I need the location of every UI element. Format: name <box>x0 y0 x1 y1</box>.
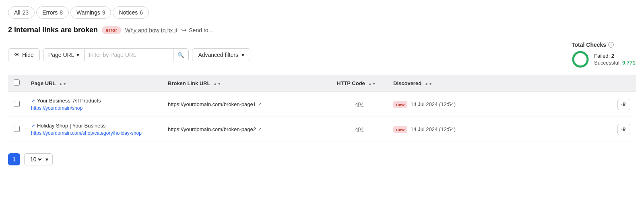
eye-icon: 👁 <box>14 52 20 58</box>
per-page-select: 10 25 50 ▾ <box>24 153 53 165</box>
successful-value: 9,771 <box>622 60 636 66</box>
http-code-value: 404 <box>355 101 364 107</box>
advanced-filters-button[interactable]: Advanced filters ▾ <box>192 48 250 61</box>
send-to-label: Send to... <box>189 27 213 33</box>
external-link-icon: ↗ <box>258 127 262 132</box>
broken-link-cell-0: https://yourdomain.com/broken-page1 ↗ <box>162 92 331 117</box>
http-code-value: 404 <box>355 126 364 132</box>
search-button[interactable]: 🔍 <box>173 49 188 61</box>
svg-point-1 <box>573 52 588 67</box>
issue-title: 2 internal links are broken <box>8 26 98 34</box>
external-link-icon: ↗ <box>258 102 262 107</box>
tab-notices-count: 6 <box>140 9 143 16</box>
successful-stat: Successful: 9,771 <box>594 60 636 66</box>
total-checks-body: Failed: 2 Successful: 9,771 <box>572 50 636 68</box>
discovered-cell-1: new 14 Jul 2024 (12:54) <box>388 117 612 142</box>
tab-notices-label: Notices <box>119 9 138 16</box>
info-icon[interactable]: i <box>608 42 614 48</box>
page-1-label: 1 <box>12 156 16 163</box>
per-page-chevron-icon: ▾ <box>45 156 48 163</box>
chevron-down-icon: ▾ <box>242 52 244 58</box>
sort-http-code-icon: ▲▼ <box>368 81 376 86</box>
checks-stats: Failed: 2 Successful: 9,771 <box>594 53 636 66</box>
page-url-link-0[interactable]: https://yourdomain/shop <box>31 105 83 111</box>
donut-chart <box>572 50 589 68</box>
table-row: ↗ Your Business: All Products https://yo… <box>8 92 636 117</box>
table-header-row: Page URL ▲▼ Broken Link URL ▲▼ HTTP Code… <box>8 75 636 92</box>
tab-errors-label: Errors <box>42 9 58 16</box>
new-badge-0: new <box>393 101 407 108</box>
error-badge: error <box>102 26 121 34</box>
send-to-button[interactable]: ↪ Send to... <box>181 26 213 34</box>
hide-label: Hide <box>22 52 34 58</box>
filter-and-widget-row: 👁 Hide Page URL ▾ 🔍 Advanced filters ▾ T… <box>8 42 636 68</box>
page-name-0: ↗ Your Business: All Products <box>31 98 157 104</box>
total-checks-header: Total Checks i <box>572 42 614 48</box>
page-url-link-1[interactable]: https://yourdomain.com/shop/category/hol… <box>31 130 142 136</box>
header-broken-link-label: Broken Link URL <box>168 80 210 86</box>
row-checkbox-cell <box>8 92 25 117</box>
page-url-dropdown-label: Page URL <box>48 52 74 58</box>
tab-warnings[interactable]: Warnings 9 <box>70 6 111 19</box>
new-badge-1: new <box>393 126 407 133</box>
failed-stat: Failed: 2 <box>594 53 636 59</box>
tab-warnings-count: 9 <box>102 9 105 16</box>
discovered-date-0: 14 Jul 2024 (12:54) <box>411 101 456 107</box>
sort-broken-link-icon: ▲▼ <box>213 81 221 86</box>
row-eye-button-0[interactable]: 👁 <box>617 99 630 110</box>
page-url-dropdown[interactable]: Page URL ▾ <box>43 48 85 61</box>
row-checkbox-1[interactable] <box>14 126 20 132</box>
table-row: ↗ Holiday Shop | Your Business https://y… <box>8 117 636 142</box>
tab-all-count: 23 <box>23 9 29 16</box>
failed-value: 2 <box>611 53 614 59</box>
header-http-code-label: HTTP Code <box>337 80 365 86</box>
pagination-row: 1 10 25 50 ▾ <box>8 150 636 169</box>
advanced-filters-label: Advanced filters <box>198 52 238 58</box>
row-actions-cell-1: 👁 <box>612 117 636 142</box>
http-code-cell-0: 404 <box>331 92 388 117</box>
tab-all-label: All <box>14 9 21 16</box>
eye-icon: 👁 <box>621 101 627 108</box>
http-code-cell-1: 404 <box>331 117 388 142</box>
eye-icon: 👁 <box>621 126 627 133</box>
tab-errors[interactable]: Errors 8 <box>36 6 69 19</box>
row-actions-cell-0: 👁 <box>612 92 636 117</box>
page-url-cell: ↗ Your Business: All Products https://yo… <box>25 92 162 117</box>
header-discovered[interactable]: Discovered ▲▼ <box>388 75 612 92</box>
broken-link-cell-1: https://yourdomain.com/broken-page2 ↗ <box>162 117 331 142</box>
tab-all[interactable]: All 23 <box>8 6 35 19</box>
header-discovered-label: Discovered <box>393 80 421 86</box>
external-link-icon: ↗ <box>31 123 35 129</box>
total-checks-widget: Total Checks i Failed: <box>572 42 636 68</box>
tab-notices[interactable]: Notices 6 <box>113 6 149 19</box>
header-page-url-label: Page URL <box>31 80 56 86</box>
filter-input-wrapper: 🔍 <box>84 48 189 61</box>
data-table: Page URL ▲▼ Broken Link URL ▲▼ HTTP Code… <box>8 75 636 142</box>
header-page-url[interactable]: Page URL ▲▼ <box>25 75 162 92</box>
broken-link-0[interactable]: https://yourdomain.com/broken-page1 <box>168 101 256 107</box>
header-actions <box>612 75 636 92</box>
tab-errors-count: 8 <box>60 9 63 16</box>
row-eye-button-1[interactable]: 👁 <box>617 124 630 135</box>
successful-label: Successful: <box>594 60 621 66</box>
failed-label: Failed: <box>594 53 610 59</box>
per-page-dropdown[interactable]: 10 25 50 <box>29 156 43 163</box>
fix-link-button[interactable]: Why and how to fix it <box>125 27 177 33</box>
header-broken-link[interactable]: Broken Link URL ▲▼ <box>162 75 331 92</box>
page-name-text: Holiday Shop | Your Business <box>37 123 105 129</box>
select-all-checkbox[interactable] <box>14 79 20 86</box>
broken-link-1[interactable]: https://yourdomain.com/broken-page2 <box>168 126 256 132</box>
page-url-cell: ↗ Holiday Shop | Your Business https://y… <box>25 117 162 142</box>
tab-warnings-label: Warnings <box>76 9 100 16</box>
header-http-code[interactable]: HTTP Code ▲▼ <box>331 75 388 92</box>
filter-input[interactable] <box>85 49 173 61</box>
tabs-row: All 23 Errors 8 Warnings 9 Notices 6 <box>8 6 636 19</box>
row-checkbox-0[interactable] <box>14 101 20 107</box>
page-1-button[interactable]: 1 <box>8 153 20 165</box>
issue-header: 2 internal links are broken error Why an… <box>8 26 636 34</box>
hide-button[interactable]: 👁 Hide <box>8 48 40 61</box>
page-name-1: ↗ Holiday Shop | Your Business <box>31 123 157 129</box>
search-icon: 🔍 <box>178 52 184 58</box>
sort-discovered-icon: ▲▼ <box>425 81 433 86</box>
page-url-filter-group: Page URL ▾ 🔍 <box>43 48 189 61</box>
